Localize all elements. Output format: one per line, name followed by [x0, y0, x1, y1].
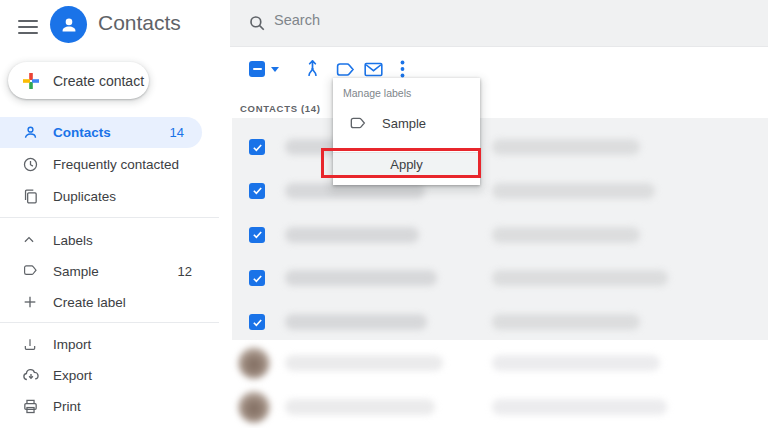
sidebar-item-label: Frequently contacted — [53, 157, 179, 172]
sidebar-item-count: 14 — [170, 125, 184, 140]
redacted-contact-name — [285, 270, 437, 286]
sidebar-item-create-label[interactable]: Create label — [0, 288, 210, 316]
contacts-logo-icon — [50, 6, 87, 43]
sidebar-item-label: Export — [53, 368, 92, 383]
redacted-contact-info — [492, 399, 667, 415]
google-contacts-window: Contacts Create contact Contacts 14 — [0, 0, 768, 428]
chevron-up-icon — [22, 233, 40, 247]
label-icon — [350, 116, 366, 130]
row-checkbox[interactable] — [249, 183, 265, 199]
manage-labels-menu: Manage labels Sample Apply — [333, 78, 480, 185]
sidebar-item-export[interactable]: Export — [0, 361, 210, 389]
page-title: Contacts — [98, 11, 181, 35]
merge-icon[interactable] — [303, 59, 322, 82]
hamburger-menu-icon[interactable] — [18, 16, 38, 34]
redacted-contact-name — [285, 314, 427, 330]
selection-dropdown-caret[interactable] — [271, 67, 279, 72]
create-contact-button[interactable]: Create contact — [8, 62, 149, 99]
redacted-contact-info — [492, 183, 655, 199]
sidebar-labels-title: Labels — [53, 233, 93, 248]
unselected-rows-panel — [232, 340, 768, 428]
search-icon — [248, 14, 266, 32]
label-menu-item-sample[interactable]: Sample — [333, 108, 480, 138]
plus-icon — [22, 294, 40, 310]
sidebar-item-print[interactable]: Print — [0, 392, 210, 420]
label-icon — [22, 263, 40, 280]
avatar — [238, 347, 270, 379]
redacted-contact-name — [285, 227, 419, 243]
sidebar-item-duplicates[interactable]: Duplicates — [0, 181, 210, 212]
sidebar-divider — [0, 322, 219, 323]
row-checkbox[interactable] — [249, 270, 265, 286]
sidebar-divider — [0, 217, 219, 218]
create-contact-label: Create contact — [53, 73, 144, 89]
avatar — [238, 391, 270, 423]
sidebar-item-contacts[interactable]: Contacts 14 — [0, 117, 202, 148]
redacted-contact-info — [492, 314, 640, 330]
sidebar-item-label: Contacts — [53, 125, 111, 140]
redacted-contact-info — [492, 355, 660, 371]
sidebar-item-import[interactable]: Import — [0, 330, 210, 358]
redacted-contact-info — [492, 227, 640, 243]
sidebar-labels-header[interactable]: Labels — [0, 226, 210, 254]
manage-labels-title: Manage labels — [343, 87, 411, 99]
sidebar-item-label: Duplicates — [53, 189, 116, 204]
selected-rows-panel — [232, 118, 768, 340]
redacted-contact-name — [285, 183, 425, 199]
row-checkbox[interactable] — [249, 227, 265, 243]
row-checkbox[interactable] — [249, 139, 265, 155]
redacted-contact-info — [492, 270, 668, 286]
search-bar[interactable] — [230, 0, 768, 47]
row-checkbox[interactable] — [249, 314, 265, 330]
sidebar-item-label: Create label — [53, 295, 126, 310]
person-icon — [22, 124, 40, 141]
search-input[interactable] — [274, 12, 674, 28]
printer-icon — [22, 398, 40, 415]
redacted-contact-name — [285, 355, 443, 371]
cloud-download-icon — [22, 366, 40, 384]
redacted-contact-name — [285, 399, 435, 415]
sidebar-item-label: Print — [53, 399, 81, 414]
sidebar-item-count: 12 — [178, 264, 192, 279]
sidebar-item-sample-label[interactable]: Sample 12 — [0, 257, 210, 285]
redacted-contact-info — [492, 139, 640, 155]
apply-button[interactable]: Apply — [333, 152, 480, 176]
clock-icon — [22, 156, 40, 173]
sidebar-item-label: Sample — [53, 264, 99, 279]
sidebar-item-label: Import — [53, 337, 91, 352]
contacts-count-header: CONTACTS (14) — [240, 103, 321, 114]
upload-icon — [22, 336, 40, 352]
copy-icon — [22, 188, 40, 205]
sidebar-item-frequently-contacted[interactable]: Frequently contacted — [0, 149, 210, 180]
google-plus-icon — [21, 71, 41, 91]
label-menu-item-text: Sample — [382, 116, 426, 131]
select-all-checkbox[interactable] — [249, 61, 265, 77]
